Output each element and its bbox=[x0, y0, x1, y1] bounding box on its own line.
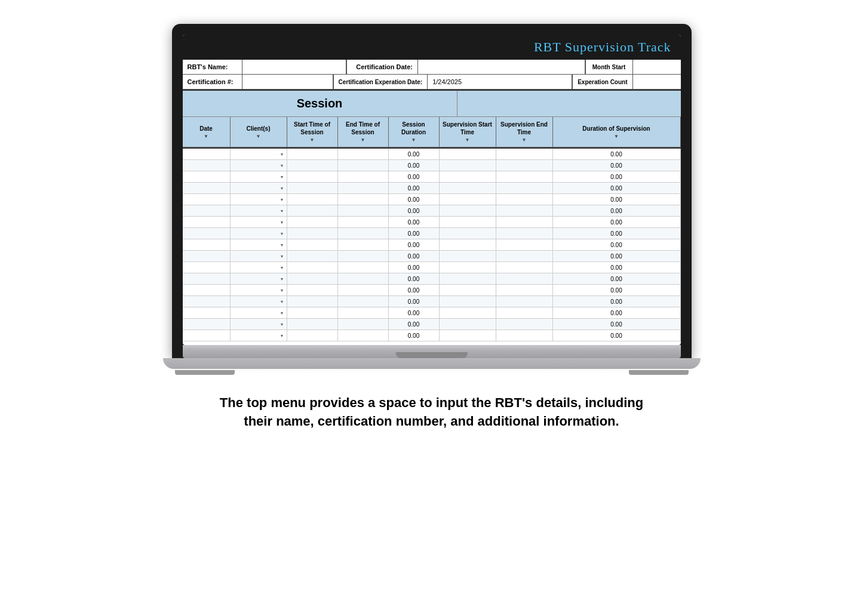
cell-date-6[interactable] bbox=[183, 217, 231, 227]
cell-sup-start-14[interactable] bbox=[440, 307, 496, 318]
cell-client-5[interactable]: ▼ bbox=[231, 205, 287, 216]
cell-end-10[interactable] bbox=[338, 262, 389, 273]
cell-end-3[interactable] bbox=[338, 183, 389, 193]
cell-client-11[interactable]: ▼ bbox=[231, 273, 287, 284]
cell-sup-end-11[interactable] bbox=[496, 273, 553, 284]
cell-start-16[interactable] bbox=[287, 330, 338, 341]
cell-start-5[interactable] bbox=[287, 205, 338, 216]
cell-end-8[interactable] bbox=[338, 239, 389, 250]
cell-sup-end-5[interactable] bbox=[496, 205, 553, 216]
col-header-date[interactable]: Date ▼ bbox=[183, 117, 231, 147]
cell-date-13[interactable] bbox=[183, 296, 231, 307]
cell-client-1[interactable]: ▼ bbox=[231, 160, 287, 171]
cell-date-3[interactable] bbox=[183, 183, 231, 193]
cell-date-12[interactable] bbox=[183, 285, 231, 295]
col-header-sup-duration[interactable]: Duration of Supervision ▼ bbox=[553, 117, 681, 147]
cell-client-9[interactable]: ▼ bbox=[231, 251, 287, 261]
col-header-sup-end[interactable]: Supervision End Time ▼ bbox=[496, 117, 553, 147]
cell-start-14[interactable] bbox=[287, 307, 338, 318]
cell-client-4[interactable]: ▼ bbox=[231, 194, 287, 205]
cell-end-1[interactable] bbox=[338, 160, 389, 171]
cell-start-2[interactable] bbox=[287, 171, 338, 182]
cell-sup-end-12[interactable] bbox=[496, 285, 553, 295]
cell-start-10[interactable] bbox=[287, 262, 338, 273]
cell-date-4[interactable] bbox=[183, 194, 231, 205]
cell-sup-end-13[interactable] bbox=[496, 296, 553, 307]
cell-sup-end-1[interactable] bbox=[496, 160, 553, 171]
cell-sup-start-11[interactable] bbox=[440, 273, 496, 284]
cell-sup-end-9[interactable] bbox=[496, 251, 553, 261]
cell-sup-end-0[interactable] bbox=[496, 149, 553, 159]
cell-sup-start-2[interactable] bbox=[440, 171, 496, 182]
cell-start-4[interactable] bbox=[287, 194, 338, 205]
cell-start-7[interactable] bbox=[287, 228, 338, 239]
cell-start-6[interactable] bbox=[287, 217, 338, 227]
cell-end-4[interactable] bbox=[338, 194, 389, 205]
cell-sup-end-2[interactable] bbox=[496, 171, 553, 182]
cell-sup-end-3[interactable] bbox=[496, 183, 553, 193]
cell-client-14[interactable]: ▼ bbox=[231, 307, 287, 318]
cell-sup-start-5[interactable] bbox=[440, 205, 496, 216]
cell-end-0[interactable] bbox=[338, 149, 389, 159]
cell-date-14[interactable] bbox=[183, 307, 231, 318]
cell-client-7[interactable]: ▼ bbox=[231, 228, 287, 239]
cell-client-3[interactable]: ▼ bbox=[231, 183, 287, 193]
cell-end-14[interactable] bbox=[338, 307, 389, 318]
col-header-sup-start[interactable]: Supervision Start Time ▼ bbox=[440, 117, 496, 147]
cell-date-9[interactable] bbox=[183, 251, 231, 261]
cell-sup-start-16[interactable] bbox=[440, 330, 496, 341]
cell-start-13[interactable] bbox=[287, 296, 338, 307]
cell-sup-end-10[interactable] bbox=[496, 262, 553, 273]
cell-date-15[interactable] bbox=[183, 319, 231, 329]
experation-count-value[interactable] bbox=[633, 75, 681, 89]
cell-end-6[interactable] bbox=[338, 217, 389, 227]
cell-sup-start-3[interactable] bbox=[440, 183, 496, 193]
cell-sup-end-8[interactable] bbox=[496, 239, 553, 250]
cert-num-value[interactable] bbox=[242, 75, 333, 89]
cell-sup-end-6[interactable] bbox=[496, 217, 553, 227]
col-header-client[interactable]: Client(s) ▼ bbox=[231, 117, 287, 147]
cell-sup-start-6[interactable] bbox=[440, 217, 496, 227]
cell-date-0[interactable] bbox=[183, 149, 231, 159]
cell-sup-end-15[interactable] bbox=[496, 319, 553, 329]
col-header-duration[interactable]: Session Duration ▼ bbox=[389, 117, 440, 147]
col-header-end-time[interactable]: End Time of Session ▼ bbox=[338, 117, 389, 147]
cell-date-7[interactable] bbox=[183, 228, 231, 239]
cell-date-16[interactable] bbox=[183, 330, 231, 341]
cell-end-7[interactable] bbox=[338, 228, 389, 239]
cell-date-10[interactable] bbox=[183, 262, 231, 273]
cell-sup-start-0[interactable] bbox=[440, 149, 496, 159]
cert-exp-value[interactable]: 1/24/2025 bbox=[428, 75, 572, 89]
cell-client-0[interactable]: ▼ bbox=[231, 149, 287, 159]
cell-date-8[interactable] bbox=[183, 239, 231, 250]
cell-date-2[interactable] bbox=[183, 171, 231, 182]
cell-client-16[interactable]: ▼ bbox=[231, 330, 287, 341]
cell-start-9[interactable] bbox=[287, 251, 338, 261]
cell-end-12[interactable] bbox=[338, 285, 389, 295]
month-start-value[interactable] bbox=[633, 60, 681, 74]
cell-end-15[interactable] bbox=[338, 319, 389, 329]
cell-end-11[interactable] bbox=[338, 273, 389, 284]
cell-end-13[interactable] bbox=[338, 296, 389, 307]
cert-date-value[interactable] bbox=[418, 60, 585, 74]
rbt-name-value[interactable] bbox=[242, 60, 347, 74]
cell-client-10[interactable]: ▼ bbox=[231, 262, 287, 273]
cell-client-6[interactable]: ▼ bbox=[231, 217, 287, 227]
cell-sup-end-4[interactable] bbox=[496, 194, 553, 205]
cell-sup-start-10[interactable] bbox=[440, 262, 496, 273]
cell-start-1[interactable] bbox=[287, 160, 338, 171]
col-header-start-time[interactable]: Start Time of Session ▼ bbox=[287, 117, 338, 147]
cell-sup-start-15[interactable] bbox=[440, 319, 496, 329]
cell-sup-end-7[interactable] bbox=[496, 228, 553, 239]
cell-date-5[interactable] bbox=[183, 205, 231, 216]
cell-start-12[interactable] bbox=[287, 285, 338, 295]
cell-client-8[interactable]: ▼ bbox=[231, 239, 287, 250]
cell-date-11[interactable] bbox=[183, 273, 231, 284]
cell-sup-end-16[interactable] bbox=[496, 330, 553, 341]
cell-client-12[interactable]: ▼ bbox=[231, 285, 287, 295]
cell-start-3[interactable] bbox=[287, 183, 338, 193]
cell-end-5[interactable] bbox=[338, 205, 389, 216]
cell-sup-start-13[interactable] bbox=[440, 296, 496, 307]
cell-start-11[interactable] bbox=[287, 273, 338, 284]
cell-sup-end-14[interactable] bbox=[496, 307, 553, 318]
